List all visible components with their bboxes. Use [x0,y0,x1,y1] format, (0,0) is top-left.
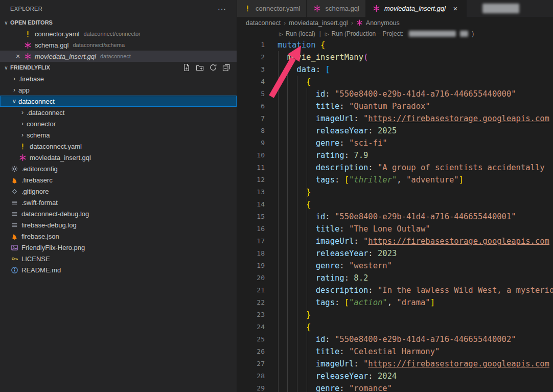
code-line[interactable]: 5 id: "550e8400-e29b-41d4-a716-446655440… [237,88,553,100]
chevron-down-icon: ∨ [2,65,10,71]
refresh-icon[interactable] [209,63,217,72]
tree-item-label: schema [27,131,50,139]
tree-item-firebase-json[interactable]: firebase.json [0,230,237,242]
code-line[interactable]: 11 description: "A group of scientists a… [237,162,553,174]
tab-connector-yaml[interactable]: connector.yaml [237,0,307,17]
git-icon [10,187,19,195]
new-file-icon[interactable] [182,63,191,72]
code-text: releaseYear: 2025 [265,125,397,137]
code-text: movie_insertMany( [265,51,368,63]
line-number: 17 [237,235,265,247]
tree-item-dataconnect-debug-log[interactable]: dataconnect-debug.log [0,208,237,219]
tree-item-editorconfig[interactable]: .editorconfig [0,163,237,174]
tree-item-firebase[interactable]: ›.firebase [0,73,237,84]
code-line[interactable]: 29 genre: "romance" [237,382,553,392]
code-line[interactable]: 12 tags: ["thriller", "adventure"] [237,174,553,186]
code-line[interactable]: 25 id: "550e8400-e29b-41d4-a716-44665544… [237,333,553,345]
code-line[interactable]: 24 { [237,321,553,333]
code-line[interactable]: 2 movie_insertMany( [237,51,553,63]
tree-item-firebase-debug-log[interactable]: firebase-debug.log [0,219,237,230]
code-line[interactable]: 27 imageUrl: "https://firebasestorage.go… [237,358,553,370]
tab-moviedata-insert-gql[interactable]: moviedata_insert.gql× [366,0,467,17]
breadcrumb-moviedata-insert-gql[interactable]: moviedata_insert.gql [289,19,348,27]
tree-item-app[interactable]: ›app [0,84,237,96]
tree-item-readme-md[interactable]: README.md [0,264,237,275]
tree-item-dataconnect-yaml[interactable]: dataconnect.yaml [0,141,237,152]
code-text: { [265,76,311,88]
breadcrumb-dataconnect[interactable]: dataconnect [246,19,281,27]
code-editor[interactable]: ▷ Run (local) | ▷ Run (Production – Proj… [237,29,553,392]
collapse-all-icon[interactable] [222,63,231,72]
code-line[interactable]: 9 genre: "sci-fi" [237,137,553,149]
tree-item-label: FriendlyFlix-Hero.png [21,244,85,251]
code-line[interactable]: 4 { [237,76,553,88]
line-number: 27 [237,358,265,370]
code-line[interactable]: 17 imageUrl: "https://firebasestorage.go… [237,235,553,247]
codelens-run-local-button[interactable]: ▷ Run (local) [279,30,315,37]
warning-icon [18,142,27,150]
code-line[interactable]: 7 imageUrl: "https://firebasestorage.goo… [237,112,553,125]
line-number: 10 [237,149,265,162]
open-editor-path: dataconnect/connector [83,31,140,37]
code-line[interactable]: 18 releaseYear: 2023 [237,247,553,260]
code-text: { [265,321,311,333]
redacted-project-name [409,31,456,37]
tree-item-schema[interactable]: ›schema [0,129,237,141]
code-text: imageUrl: "https://firebasestorage.googl… [265,112,549,125]
workspace-header[interactable]: ∨ FRIENDLYFLIX [0,62,237,73]
code-line[interactable]: 26 title: "Celestial Harmony" [237,345,553,358]
tree-item-label: .gitignore [21,188,49,195]
code-line[interactable]: 20 rating: 8.2 [237,272,553,284]
line-number: 1 [237,39,265,51]
more-actions-icon[interactable]: ··· [218,5,226,13]
tree-item-label: moviedata_insert.gql [30,154,91,162]
code-line[interactable]: 15 id: "550e8400-e29b-41d4-a716-44665544… [237,211,553,223]
code-text: imageUrl: "https://firebasestorage.googl… [265,235,549,247]
codelens-run-production-button[interactable]: ▷ Run (Production – Project: ) [325,30,474,37]
code-text: } [265,309,311,321]
code-line[interactable]: 3 data: [ [237,63,553,76]
open-editor-connector-yaml[interactable]: connector.yamldataconnect/connector [0,28,237,39]
code-line[interactable]: 16 title: "The Lone Outlaw" [237,223,553,235]
code-line[interactable]: 10 rating: 7.9 [237,149,553,162]
tree-item-license[interactable]: LICENSE [0,253,237,264]
tab-schema-gql[interactable]: schema.gql [307,0,365,17]
breadcrumb-anonymous[interactable]: Anonymous [356,19,400,27]
tree-item-dataconnect[interactable]: ∨dataconnect [0,96,237,107]
code-text: title: "The Lone Outlaw" [265,223,430,235]
tree-item-friendlyflix-hero-png[interactable]: FriendlyFlix-Hero.png [0,242,237,253]
tree-item-dataconnect[interactable]: ›.dataconnect [0,107,237,118]
code-line[interactable]: 8 releaseYear: 2025 [237,125,553,137]
line-number: 6 [237,100,265,112]
open-editor-label: moviedata_insert.gql [35,53,96,60]
code-text: data: [ [265,63,330,76]
tree-item-label: .firebaserc [21,176,53,184]
code-text: genre: "western" [265,260,392,272]
line-number: 28 [237,370,265,382]
open-editor-schema-gql[interactable]: schema.gqldataconnect/schema [0,39,237,51]
close-icon[interactable]: × [451,4,460,13]
code-line[interactable]: 1mutation { [237,39,553,51]
code-line[interactable]: 23 } [237,309,553,321]
code-line[interactable]: 21 description: "In the lawless Wild Wes… [237,284,553,296]
tree-item-moviedata-insert-gql[interactable]: moviedata_insert.gql [0,152,237,163]
code-line[interactable]: 14 { [237,198,553,211]
code-line[interactable]: 6 title: "Quantum Paradox" [237,100,553,112]
close-icon[interactable]: × [14,52,22,60]
tree-item-swift-format[interactable]: .swift-format [0,197,237,208]
code-line[interactable]: 28 releaseYear: 2024 [237,370,553,382]
new-folder-icon[interactable] [196,63,204,72]
code-line[interactable]: 13 } [237,186,553,198]
tree-item-gitignore[interactable]: .gitignore [0,186,237,197]
code-line[interactable]: 19 genre: "western" [237,260,553,272]
tree-item-connector[interactable]: ›connector [0,118,237,129]
line-number: 18 [237,247,265,260]
tree-item-label: dataconnect-debug.log [21,210,89,218]
open-editors-header[interactable]: ∨ OPEN EDITORS [0,17,237,28]
graphql-icon [24,52,32,60]
tree-item-firebaserc[interactable]: .firebaserc [0,174,237,186]
code-line[interactable]: 22 tags: ["action", "drama"] [237,296,553,309]
code-text: imageUrl: "https://firebasestorage.googl… [265,358,549,370]
open-editor-moviedata-insert-gql[interactable]: ×moviedata_insert.gqldataconnect [0,51,237,62]
line-number: 26 [237,345,265,358]
